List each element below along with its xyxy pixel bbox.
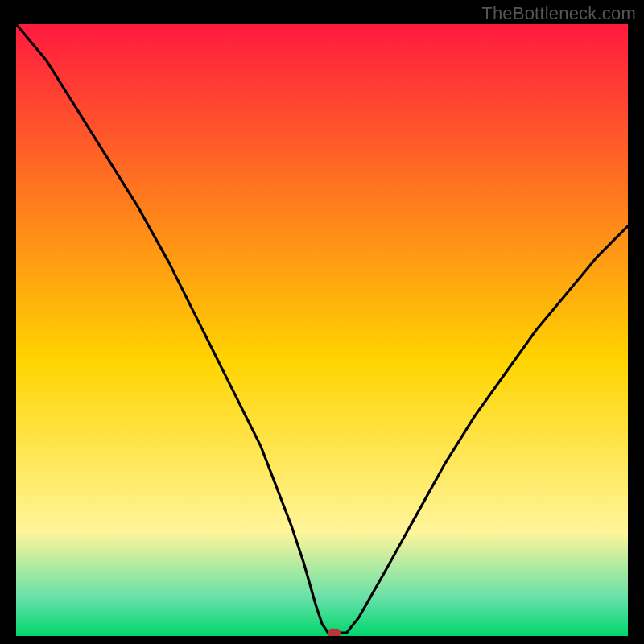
watermark-text: TheBottleneck.com	[481, 3, 636, 24]
bottleneck-plot	[16, 24, 628, 636]
chart-frame: TheBottleneck.com	[0, 0, 644, 644]
plot-svg	[16, 24, 628, 636]
current-point-marker	[328, 629, 341, 636]
